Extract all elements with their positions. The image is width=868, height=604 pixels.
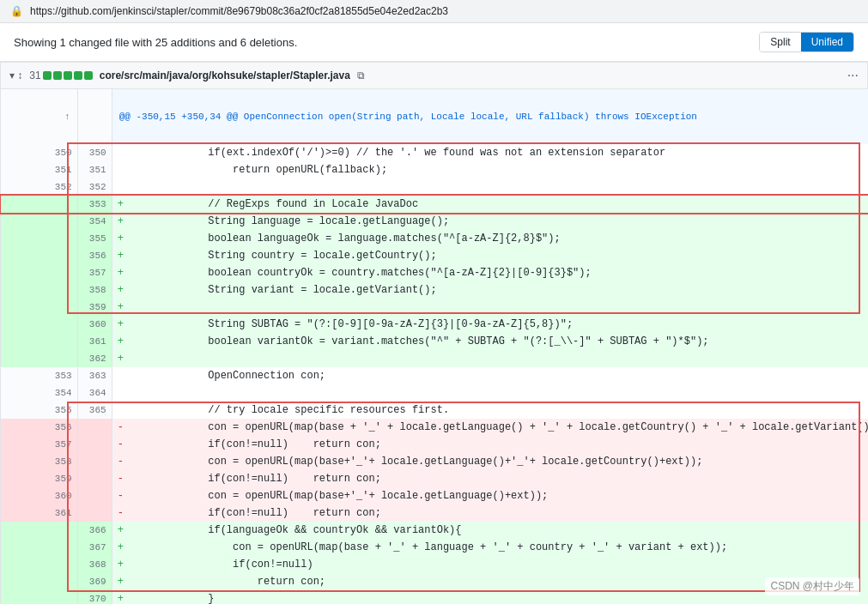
diff-sign bbox=[112, 161, 129, 178]
old-line-num: 357 bbox=[1, 436, 78, 453]
table-row: 355 + boolean languageOk = language.matc… bbox=[1, 230, 869, 247]
old-line-num: 353 bbox=[1, 367, 78, 384]
new-line-num bbox=[77, 453, 112, 470]
hunk-header-row: ↑ @@ -350,15 +350,34 @@ OpenConnection o… bbox=[1, 89, 869, 145]
code-line: } bbox=[129, 590, 868, 604]
diff-sign: - bbox=[112, 436, 129, 453]
stat-green-3 bbox=[64, 71, 72, 80]
code-line: con = openURL(map(base + '_' + language … bbox=[129, 539, 868, 556]
new-line-num: 364 bbox=[77, 384, 112, 402]
old-line-num: 355 bbox=[1, 402, 78, 419]
table-row: 367 + con = openURL(map(base + '_' + lan… bbox=[1, 539, 869, 556]
code-line: // try locale specific resources first. bbox=[129, 402, 868, 419]
diff-sign: + bbox=[112, 196, 129, 213]
diff-sign bbox=[112, 384, 129, 402]
table-row: 351 351 return openURL(fallback); bbox=[1, 161, 869, 178]
table-row: 353 + // RegExps found in Locale JavaDoc bbox=[1, 196, 869, 213]
view-buttons: Split Unified bbox=[759, 32, 854, 52]
split-button[interactable]: Split bbox=[760, 33, 800, 51]
old-line-num bbox=[1, 247, 78, 264]
table-row: 354 364 bbox=[1, 384, 869, 402]
diff-sign: + bbox=[112, 264, 129, 281]
table-row: 357 + boolean countryOk = country.matche… bbox=[1, 264, 869, 281]
table-row: 359 - if(con!=null) return con; bbox=[1, 470, 869, 487]
stat-green-4 bbox=[74, 71, 82, 80]
collapse-icon[interactable]: ▾ ↕ bbox=[9, 69, 22, 82]
table-row: 361 - if(con!=null) return con; bbox=[1, 504, 869, 522]
old-line-num bbox=[1, 230, 78, 247]
new-line-num bbox=[77, 504, 112, 522]
new-line-num bbox=[77, 470, 112, 487]
stat-green-1 bbox=[43, 71, 52, 80]
diff-sign: + bbox=[112, 281, 129, 299]
old-line-num bbox=[1, 539, 78, 556]
diff-sign: + bbox=[112, 350, 129, 367]
diff-sign: - bbox=[112, 453, 129, 470]
new-line-num: 353 bbox=[77, 196, 112, 213]
new-line-num: 359 bbox=[77, 299, 112, 316]
expand-up-icon[interactable]: ↑ bbox=[64, 112, 70, 122]
file-stat-count: 31 bbox=[29, 69, 92, 82]
old-line-num: 352 bbox=[1, 178, 78, 196]
table-row: 358 - con = openURL(map(base+'_'+ locale… bbox=[1, 453, 869, 470]
code-line: String SUBTAG = "(?:[0-9][0-9a-zA-Z]{3}|… bbox=[129, 316, 868, 333]
old-line-num: 350 bbox=[1, 144, 78, 161]
file-header-left: ▾ ↕ 31 core/src/main/java/org/kohsuke/st… bbox=[9, 69, 365, 82]
stat-green-5 bbox=[84, 71, 93, 80]
old-line-num bbox=[1, 264, 78, 281]
unified-button[interactable]: Unified bbox=[801, 33, 853, 51]
table-row: 354 + String language = locale.getLangua… bbox=[1, 213, 869, 230]
code-line: if(con!=null) return con; bbox=[129, 470, 868, 487]
new-line-num: 366 bbox=[77, 522, 112, 539]
copy-path-icon[interactable]: ⧉ bbox=[357, 69, 365, 82]
lock-icon: 🔒 bbox=[10, 5, 23, 17]
hunk-new-num bbox=[77, 89, 112, 145]
code-line: boolean countryOk = country.matches("^[a… bbox=[129, 264, 868, 281]
showing-bar: Showing 1 changed file with 25 additions… bbox=[0, 23, 868, 62]
hunk-header-text: @@ -350,15 +350,34 @@ OpenConnection ope… bbox=[112, 89, 868, 145]
page-container: Showing 1 changed file with 25 additions… bbox=[0, 23, 868, 604]
new-line-num bbox=[77, 436, 112, 453]
old-line-num bbox=[1, 573, 78, 590]
new-line-num: 361 bbox=[77, 333, 112, 350]
code-line: if(con!=null) return con; bbox=[129, 436, 868, 453]
showing-text: Showing 1 changed file with 25 additions… bbox=[14, 36, 297, 49]
new-line-num: 350 bbox=[77, 144, 112, 161]
diff-sign: + bbox=[112, 573, 129, 590]
diff-sign: + bbox=[112, 522, 129, 539]
new-line-num: 368 bbox=[77, 556, 112, 573]
diff-sign bbox=[112, 402, 129, 419]
new-line-num: 352 bbox=[77, 178, 112, 196]
code-line: // RegExps found in Locale JavaDoc bbox=[129, 196, 868, 213]
table-row: 353 363 OpenConnection con; bbox=[1, 367, 869, 384]
diff-sign: + bbox=[112, 299, 129, 316]
diff-sign: + bbox=[112, 556, 129, 573]
browser-bar: 🔒 https://github.com/jenkinsci/stapler/c… bbox=[0, 0, 868, 23]
code-line: String country = locale.getCountry(); bbox=[129, 247, 868, 264]
code-line: con = openURL(map(base+'_'+ locale.getLa… bbox=[129, 453, 868, 470]
stat-green-2 bbox=[53, 71, 62, 80]
code-line: boolean languageOk = language.matches("^… bbox=[129, 230, 868, 247]
table-row: 360 + String SUBTAG = "(?:[0-9][0-9a-zA-… bbox=[1, 316, 869, 333]
code-line: con = openURL(map(base + '_' + locale.ge… bbox=[129, 419, 868, 436]
new-line-num: 351 bbox=[77, 161, 112, 178]
diff-table: ↑ @@ -350,15 +350,34 @@ OpenConnection o… bbox=[0, 88, 868, 604]
new-line-num: 369 bbox=[77, 573, 112, 590]
code-line bbox=[129, 384, 868, 402]
code-line bbox=[129, 350, 868, 367]
code-line bbox=[129, 178, 868, 196]
watermark: CSDN @村中少年 bbox=[765, 577, 859, 595]
diff-sign: - bbox=[112, 470, 129, 487]
table-row: 352 352 bbox=[1, 178, 869, 196]
code-line: String variant = locale.getVariant(); bbox=[129, 281, 868, 299]
new-line-num: 355 bbox=[77, 230, 112, 247]
code-line: if(con!=null) return con; bbox=[129, 504, 868, 522]
code-line: if(ext.indexOf('/')>=0) // the '.' we fo… bbox=[129, 144, 868, 161]
old-line-num: 354 bbox=[1, 384, 78, 402]
table-row: 355 365 // try locale specific resources… bbox=[1, 402, 869, 419]
new-line-num: 363 bbox=[77, 367, 112, 384]
more-options-icon[interactable]: ··· bbox=[847, 68, 859, 83]
old-line-num bbox=[1, 522, 78, 539]
old-line-num bbox=[1, 281, 78, 299]
code-line: return openURL(fallback); bbox=[129, 161, 868, 178]
